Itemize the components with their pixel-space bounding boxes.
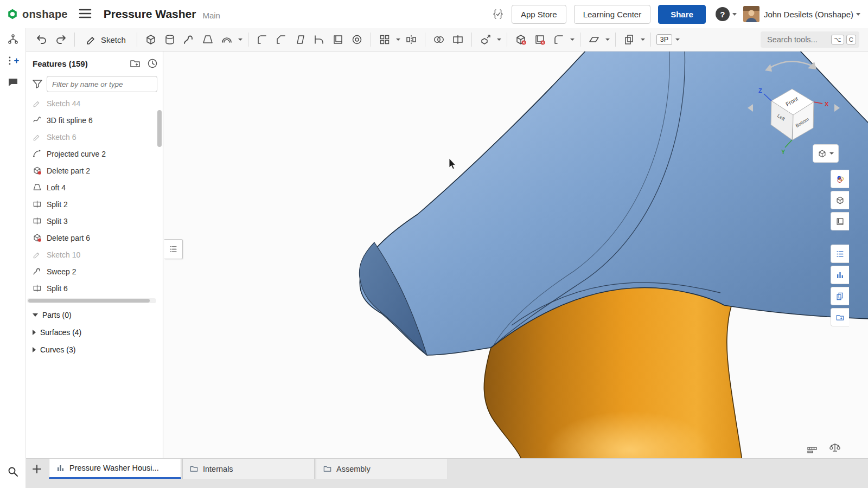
feature-list-horizontal-scrollbar[interactable] [27, 298, 156, 303]
feature-item[interactable]: Split 2 [26, 196, 156, 213]
hole-button[interactable] [349, 31, 365, 48]
help-caret-icon[interactable] [732, 13, 737, 16]
features-panel-header: Features (159) [33, 56, 158, 71]
feature-item[interactable]: 3D fit spline 6 [26, 112, 156, 129]
linear-pattern-button[interactable] [376, 31, 393, 48]
split-button[interactable] [450, 31, 466, 48]
chevron-right-icon [33, 347, 36, 352]
sheet-panel-button[interactable] [831, 287, 849, 305]
named-views-caret-icon[interactable] [675, 38, 680, 41]
shell-button[interactable] [330, 31, 346, 48]
boolean-button[interactable] [431, 31, 447, 48]
filter-icon[interactable] [31, 78, 43, 90]
featurescript-notices-icon[interactable] [492, 8, 504, 20]
feature-list: Sketch 44 3D fit spline 6 Sketch 6 Proje… [26, 95, 156, 297]
surfaces-group-header[interactable]: Surfaces (4) [26, 324, 163, 341]
insert-element-button[interactable] [0, 50, 26, 72]
search-tools-input[interactable] [766, 35, 829, 44]
curves-group-header[interactable]: Curves (3) [26, 341, 163, 358]
chamfer-button[interactable] [273, 31, 289, 48]
loft-button[interactable] [200, 31, 216, 48]
feature-item[interactable]: Delete part 6 [26, 229, 156, 246]
mass-properties-button[interactable] [829, 441, 841, 453]
delete-part-button[interactable] [513, 31, 529, 48]
feature-item[interactable]: Split 3 [26, 213, 156, 229]
feature-item[interactable]: Sketch 10 [26, 246, 156, 263]
sketch-button-label: Sketch [101, 35, 126, 44]
rollback-bar-handle[interactable] [164, 239, 183, 259]
delete-face-button[interactable] [532, 31, 548, 48]
scrollbar-thumb[interactable] [157, 110, 162, 147]
sweep-button[interactable] [181, 31, 197, 48]
display-states-button[interactable] [831, 191, 849, 209]
reference-tools-caret-icon[interactable] [605, 38, 610, 41]
add-tab-button[interactable] [26, 459, 48, 479]
fillet-button[interactable] [254, 31, 270, 48]
scrollbar-thumb[interactable] [28, 299, 150, 303]
tasks-panel-button[interactable] [831, 308, 849, 326]
parts-group-header[interactable]: Parts (0) [26, 306, 163, 324]
view-tools-caret-icon[interactable] [641, 38, 645, 41]
search-tools-box[interactable]: ⌥ C [761, 31, 859, 48]
rib-button[interactable] [311, 31, 327, 48]
feature-item[interactable]: Delete part 2 [26, 162, 156, 179]
workspace-name[interactable]: Main [202, 11, 220, 20]
comments-button[interactable] [0, 72, 26, 93]
help-button[interactable]: ? [716, 7, 730, 21]
create-folder-button[interactable] [129, 57, 141, 69]
feature-item[interactable]: Sketch 6 [26, 129, 156, 145]
share-button[interactable]: Share [658, 5, 706, 24]
feature-item[interactable]: Sketch 44 [26, 95, 156, 112]
feature-item[interactable]: Sweep 2 [26, 263, 156, 280]
main-menu-button[interactable] [76, 6, 94, 23]
sketch-icon [33, 250, 42, 259]
tab-assembly[interactable]: Assembly [316, 459, 448, 479]
search-document-button[interactable] [0, 461, 26, 483]
tab-pressure-washer-housing[interactable]: Pressure Washer Housi... [49, 459, 181, 479]
app-store-button[interactable]: App Store [512, 5, 566, 24]
user-menu[interactable]: John Desilets (Onshape) [764, 10, 853, 19]
versions-history-button[interactable] [0, 28, 26, 50]
draft-button[interactable] [292, 31, 308, 48]
user-menu-caret-icon[interactable] [856, 13, 860, 16]
bom-panel-button[interactable] [831, 266, 849, 284]
measure-button[interactable] [806, 444, 818, 455]
chevron-down-icon [33, 313, 38, 317]
direct-edit-caret-icon[interactable] [570, 38, 575, 41]
hidden-edges-button[interactable] [831, 212, 849, 230]
thicken-button[interactable] [219, 31, 235, 48]
onshape-logo[interactable]: onshape [7, 8, 68, 21]
feature-filter-input[interactable] [47, 76, 157, 92]
transform-tools-caret-icon[interactable] [497, 38, 501, 41]
feature-item[interactable]: Loft 4 [26, 179, 156, 196]
plane-button[interactable] [586, 31, 602, 48]
undo-button[interactable] [34, 31, 50, 48]
x-axis-label: X [825, 101, 829, 107]
feature-list-panel-button[interactable] [831, 245, 849, 263]
folder-icon [189, 464, 199, 473]
feature-item[interactable]: Projected curve 2 [26, 145, 156, 162]
appearance-button[interactable] [831, 170, 849, 188]
redo-button[interactable] [53, 31, 69, 48]
sketch-button[interactable]: Sketch [80, 31, 131, 48]
feature-item[interactable]: Split 6 [26, 280, 156, 297]
pattern-tools-caret-icon[interactable] [396, 38, 400, 41]
avatar[interactable] [743, 6, 760, 22]
section-view-button[interactable] [621, 31, 637, 48]
toolbar-divider [650, 33, 651, 47]
history-button[interactable] [146, 57, 158, 69]
modify-fillet-button[interactable] [551, 31, 567, 48]
view-options-caret-icon [829, 152, 834, 155]
toolbar-divider [471, 33, 472, 47]
named-views-button[interactable]: 3P [656, 34, 672, 45]
boss-tools-caret-icon[interactable] [238, 38, 242, 41]
learning-center-button[interactable]: Learning Center [574, 5, 651, 24]
revolve-button[interactable] [162, 31, 178, 48]
view-options-button[interactable] [813, 144, 839, 163]
tab-internals[interactable]: Internals [182, 459, 315, 479]
feature-list-vertical-scrollbar[interactable] [157, 100, 162, 296]
transform-button[interactable] [477, 31, 494, 48]
extrude-button[interactable] [143, 31, 159, 48]
mirror-button[interactable] [403, 31, 419, 48]
element-tab-bar: Pressure Washer Housi... Internals Assem… [26, 458, 868, 488]
